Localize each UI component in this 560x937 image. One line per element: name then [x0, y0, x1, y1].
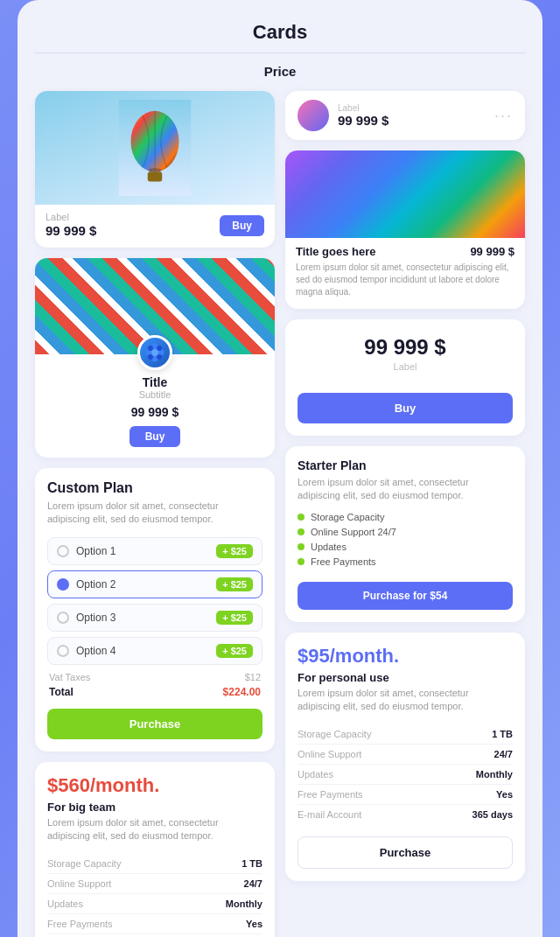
card-artwork: Title Subtitle 99 999 $ Buy	[35, 258, 275, 458]
svg-point-11	[148, 346, 153, 351]
starter-feature-storage-label: Storage Capacity	[311, 512, 384, 522]
card1-info: Label 99 999 $	[46, 212, 96, 239]
page-title: Cards	[35, 21, 525, 44]
option3-left: Option 3	[57, 612, 116, 624]
option1-radio[interactable]	[57, 545, 69, 557]
left-column: Label 99 999 $ Buy	[35, 91, 275, 937]
holo-card: Title goes here 99 999 $ Lorem ipsum dol…	[285, 150, 525, 309]
vat-label: Vat Taxes	[49, 672, 90, 682]
option-row-2[interactable]: Option 2 + $25	[47, 570, 262, 598]
more-options-icon[interactable]: ···	[494, 107, 513, 125]
starter-plan-title: Starter Plan	[298, 458, 513, 472]
option4-label: Option 4	[76, 645, 116, 657]
holo-desc: Lorem ipsum dolor sit amet, consectetur …	[296, 262, 514, 298]
mini-label: Label	[338, 103, 486, 113]
feature-dot-1	[298, 514, 304, 521]
card1-body: Label 99 999 $ Buy	[35, 205, 275, 248]
option4-left: Option 4	[57, 645, 116, 657]
p-feature-val-payments: Yes	[496, 789, 513, 800]
divider	[35, 52, 525, 53]
card1-buy-button[interactable]: Buy	[220, 215, 264, 236]
starter-feature-payments: Free Payments	[298, 556, 513, 567]
option2-label: Option 2	[76, 578, 116, 591]
holo-price: 99 999 $	[470, 245, 514, 258]
option-row-1[interactable]: Option 1 + $25	[47, 537, 262, 565]
starter-feature-updates: Updates	[298, 542, 513, 552]
starter-feature-support: Online Support 24/7	[298, 527, 513, 537]
option-row-4[interactable]: Option 4 + $25	[47, 637, 262, 665]
card2-price: 99 999 $	[46, 405, 264, 419]
feature-label-payments: Free Payments	[47, 919, 113, 929]
p-feature-label-email: E-mail Account	[298, 809, 361, 820]
option3-radio[interactable]	[57, 612, 69, 624]
svg-point-14	[157, 354, 162, 360]
option1-label: Option 1	[76, 545, 116, 557]
card1-price: 99 999 $	[46, 223, 96, 238]
option2-price: + $25	[216, 577, 253, 591]
card-balloon: Label 99 999 $ Buy	[35, 91, 275, 248]
avatar	[137, 335, 172, 370]
card2-title: Title	[46, 375, 264, 389]
feature-val-storage: 1 TB	[242, 858, 262, 869]
card2-buy-button[interactable]: Buy	[130, 426, 181, 447]
avatar-icon	[144, 342, 165, 363]
option3-price: + $25	[216, 611, 253, 625]
mini-card: Label 99 999 $ ···	[285, 91, 525, 140]
balloon-illustration	[116, 100, 194, 196]
big-team-feature-email: E-mail Account 365 days	[47, 934, 262, 937]
personal-feature-email: E-mail Account 365 days	[298, 805, 513, 824]
p-feature-label-payments: Free Payments	[298, 789, 363, 800]
p-feature-label-updates: Updates	[298, 769, 333, 780]
big-team-feature-payments: Free Payments Yes	[47, 914, 262, 934]
total-value: $224.00	[223, 686, 261, 698]
feature-dot-4	[298, 558, 304, 565]
mini-price: 99 999 $	[338, 113, 486, 128]
big-team-feature-updates: Updates Monthly	[47, 894, 262, 914]
option1-left: Option 1	[57, 545, 116, 557]
p-feature-val-updates: Monthly	[476, 769, 513, 780]
svg-rect-2	[148, 172, 163, 182]
big-team-feature-storage: Storage Capacity 1 TB	[47, 854, 262, 874]
p-feature-label-storage: Storage Capacity	[298, 729, 371, 739]
big-team-price: $560/month.	[47, 774, 262, 797]
svg-point-12	[157, 346, 162, 351]
right-column: Label 99 999 $ ··· Title goes here 99 99…	[285, 91, 525, 937]
starter-feature-support-label: Online Support 24/7	[311, 527, 396, 537]
p-feature-val-storage: 1 TB	[492, 729, 513, 739]
feature-val-support: 24/7	[244, 878, 262, 889]
p-feature-val-support: 24/7	[494, 749, 513, 759]
option3-label: Option 3	[76, 612, 116, 624]
personal-plan-card: $95/month. For personal use Lorem ipsum …	[285, 633, 525, 881]
holo-title: Title goes here	[296, 245, 376, 258]
custom-plan-card: Custom Plan Lorem ipsum dolor sit amet, …	[35, 468, 275, 752]
starter-purchase-button[interactable]: Purchase for $54	[298, 582, 513, 610]
card2-subtitle: Subtitle	[46, 389, 264, 400]
personal-purchase-button[interactable]: Purchase	[298, 836, 513, 869]
card1-label: Label	[46, 212, 96, 222]
feature-label-storage: Storage Capacity	[47, 858, 121, 869]
option-row-3[interactable]: Option 3 + $25	[47, 604, 262, 632]
option4-price: + $25	[216, 644, 253, 658]
page-container: Cards Price	[18, 0, 542, 937]
section-title: Price	[35, 64, 525, 79]
custom-plan-purchase-button[interactable]: Purchase	[47, 709, 262, 739]
big-price-num: 99 999 $	[298, 335, 513, 360]
total-row: Total $224.00	[47, 686, 262, 698]
vat-value: $12	[245, 672, 261, 682]
big-price-buy-button[interactable]: Buy	[298, 393, 513, 423]
balloon-image	[35, 91, 275, 205]
starter-feature-payments-label: Free Payments	[311, 556, 376, 567]
personal-plan-subtitle: For personal use	[298, 671, 513, 684]
big-team-feature-support: Online Support 24/7	[47, 874, 262, 894]
vat-row: Vat Taxes $12	[47, 672, 262, 682]
starter-plan-card: Starter Plan Lorem ipsum dolor sit amet,…	[285, 446, 525, 622]
option4-radio[interactable]	[57, 645, 69, 657]
big-team-card: $560/month. For big team Lorem ipsum dol…	[35, 762, 275, 937]
custom-plan-title: Custom Plan	[47, 480, 262, 496]
personal-plan-desc: Lorem ipsum dolor sit amet, consectetur …	[298, 687, 513, 714]
total-label: Total	[49, 686, 74, 698]
personal-plan-price: $95/month.	[298, 645, 513, 668]
starter-plan-desc: Lorem ipsum dolor sit amet, consectetur …	[298, 476, 513, 503]
big-team-desc: Lorem ipsum dolor sit amet, consectetur …	[47, 816, 262, 843]
option2-radio[interactable]	[57, 578, 69, 591]
